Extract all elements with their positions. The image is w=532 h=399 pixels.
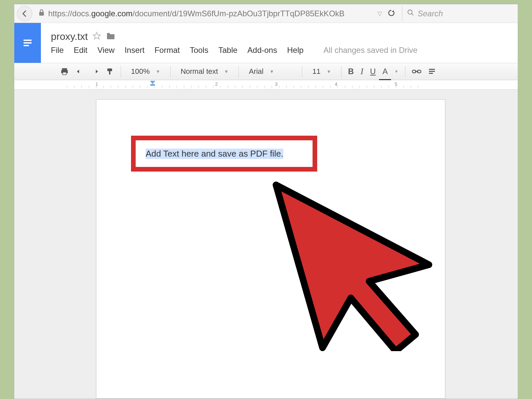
folder-icon[interactable] <box>106 31 116 42</box>
zoom-value: 100% <box>131 67 150 76</box>
star-icon[interactable] <box>92 32 101 42</box>
menu-addons[interactable]: Add-ons <box>247 46 277 55</box>
svg-rect-3 <box>24 40 32 41</box>
align-button[interactable] <box>425 63 439 80</box>
svg-point-1 <box>408 10 412 14</box>
svg-marker-18 <box>150 81 155 84</box>
menu-format[interactable]: Format <box>155 46 180 55</box>
redo-button[interactable] <box>87 63 103 80</box>
indent-marker-icon[interactable] <box>149 80 156 88</box>
undo-button[interactable] <box>72 63 87 80</box>
browser-back-button[interactable] <box>17 6 32 21</box>
browser-search-box[interactable]: Search <box>402 6 515 21</box>
svg-rect-11 <box>109 71 110 74</box>
annotation-highlight-box: Add Text here and save as PDF file. <box>131 136 317 172</box>
document-page[interactable]: Add Text here and save as PDF file. I <box>96 99 445 399</box>
svg-rect-4 <box>24 42 32 44</box>
reload-button[interactable] <box>387 9 395 18</box>
menu-insert[interactable]: Insert <box>125 46 145 55</box>
bold-button[interactable]: B <box>345 63 357 80</box>
paragraph-style-select[interactable]: Normal text ▼ <box>174 63 235 80</box>
url-actions: ▽ <box>377 9 399 18</box>
search-placeholder: Search <box>418 9 443 18</box>
chevron-down-icon: ▼ <box>270 69 274 74</box>
docs-titlebar: proxy.txt File Edit View Insert Format T… <box>14 23 518 63</box>
font-value: Arial <box>249 67 263 76</box>
text-color-dropdown[interactable]: ▼ <box>391 63 402 80</box>
insert-link-button[interactable] <box>409 63 425 80</box>
ruler-number: 4 <box>335 81 337 87</box>
svg-rect-15 <box>429 69 435 70</box>
browser-address-bar: https://docs.google.com/document/d/19WmS… <box>14 4 518 23</box>
svg-rect-9 <box>63 72 66 75</box>
search-icon <box>407 9 414 18</box>
style-value: Normal text <box>181 67 218 76</box>
document-title[interactable]: proxy.txt <box>51 31 88 42</box>
docs-app: proxy.txt File Edit View Insert Format T… <box>14 23 518 399</box>
font-select[interactable]: Arial ▼ <box>242 63 299 80</box>
ruler-number: 3 <box>275 81 278 87</box>
url-text: https://docs.google.com/document/d/19WmS… <box>48 9 344 18</box>
underline-button[interactable]: U <box>367 63 379 80</box>
menu-tools[interactable]: Tools <box>190 46 208 55</box>
svg-rect-10 <box>107 68 112 71</box>
svg-rect-0 <box>39 12 44 16</box>
svg-rect-17 <box>429 73 433 74</box>
editor-canvas: Add Text here and save as PDF file. I <box>14 89 518 399</box>
cursor-pointer-annotation-icon <box>269 178 442 352</box>
browser-window: https://docs.google.com/document/d/19WmS… <box>14 4 518 399</box>
menu-file[interactable]: File <box>51 46 64 55</box>
menu-bar: File Edit View Insert Format Tools Table… <box>51 46 518 55</box>
menu-view[interactable]: View <box>97 46 115 55</box>
left-gutter <box>14 89 57 399</box>
zoom-select[interactable]: 100% ▼ <box>124 63 167 80</box>
menu-table[interactable]: Table <box>218 46 237 55</box>
svg-rect-5 <box>24 45 29 46</box>
url-bar[interactable]: https://docs.google.com/document/d/19WmS… <box>36 7 374 20</box>
menu-help[interactable]: Help <box>287 46 303 55</box>
ruler-number: 2 <box>215 81 218 87</box>
menu-edit[interactable]: Edit <box>74 46 87 55</box>
svg-line-2 <box>412 13 414 15</box>
svg-rect-7 <box>62 68 67 70</box>
text-color-button[interactable]: A <box>379 63 391 80</box>
formatting-toolbar: 100% ▼ Normal text ▼ Arial ▼ 11 ▼ B I <box>14 63 518 80</box>
url-dropdown-icon[interactable]: ▽ <box>377 10 382 17</box>
text-caret-icon: I <box>308 272 312 285</box>
save-status: All changes saved in Drive <box>324 46 418 55</box>
chevron-down-icon: ▼ <box>224 69 229 74</box>
svg-rect-19 <box>150 84 155 86</box>
docs-home-button[interactable] <box>14 23 41 63</box>
italic-button[interactable]: I <box>357 63 367 80</box>
paint-format-button[interactable] <box>103 63 117 80</box>
print-button[interactable] <box>57 63 72 80</box>
page-area: Add Text here and save as PDF file. I <box>57 89 518 399</box>
horizontal-ruler[interactable]: 1 2 3 4 5 <box>14 80 518 89</box>
svg-rect-16 <box>429 71 435 72</box>
lock-icon <box>38 9 45 18</box>
font-size-value: 11 <box>312 67 320 76</box>
chevron-down-icon: ▼ <box>394 69 398 74</box>
font-size-select[interactable]: 11 ▼ <box>306 63 337 80</box>
chevron-down-icon: ▼ <box>156 69 160 74</box>
chevron-down-icon: ▼ <box>327 69 331 74</box>
selected-text[interactable]: Add Text here and save as PDF file. <box>146 149 283 159</box>
svg-marker-6 <box>93 32 100 39</box>
